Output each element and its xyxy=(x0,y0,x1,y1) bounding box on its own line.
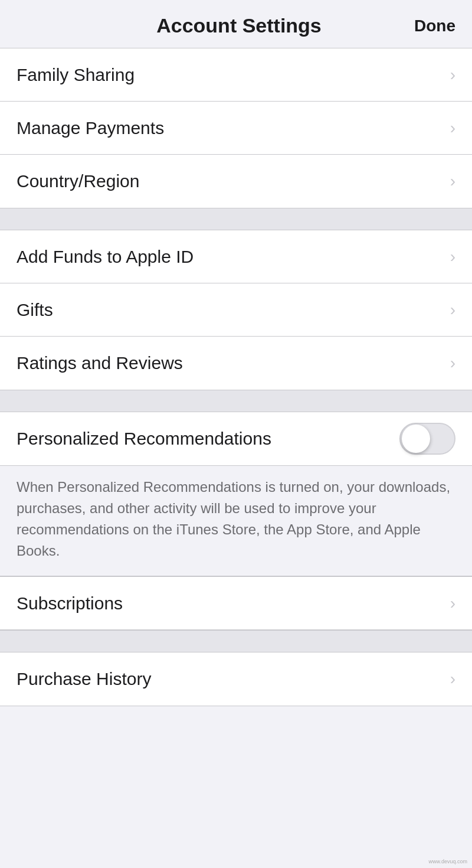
personalized-recommendations-label: Personalized Recommendations xyxy=(17,429,271,449)
subscriptions-label: Subscriptions xyxy=(17,593,123,614)
recommendations-description-box: When Personalized Recommendations is tur… xyxy=(0,465,472,576)
family-sharing-label: Family Sharing xyxy=(17,65,135,85)
navigation-bar: Account Settings Done xyxy=(0,0,472,48)
done-button[interactable]: Done xyxy=(414,17,455,35)
purchase-history-row[interactable]: Purchase History › xyxy=(0,652,472,706)
personalized-recommendations-toggle[interactable] xyxy=(399,423,455,455)
chevron-icon: › xyxy=(450,354,455,373)
chevron-icon: › xyxy=(450,670,455,688)
account-options-section: Family Sharing › Manage Payments › Count… xyxy=(0,48,472,208)
chevron-icon: › xyxy=(450,119,455,138)
subscriptions-row[interactable]: Subscriptions › xyxy=(0,577,472,630)
purchase-history-section: Purchase History › xyxy=(0,652,472,706)
chevron-icon: › xyxy=(450,247,455,266)
chevron-icon: › xyxy=(450,301,455,319)
country-region-row[interactable]: Country/Region › xyxy=(0,155,472,208)
watermark: www.devuq.com xyxy=(428,859,467,864)
manage-payments-label: Manage Payments xyxy=(17,118,164,138)
add-funds-row[interactable]: Add Funds to Apple ID › xyxy=(0,230,472,283)
recommendations-description: When Personalized Recommendations is tur… xyxy=(17,479,450,559)
page-title: Account Settings xyxy=(64,14,414,37)
section-divider-1 xyxy=(0,208,472,230)
section-divider-2 xyxy=(0,390,472,412)
chevron-icon: › xyxy=(450,594,455,613)
bottom-divider xyxy=(0,706,472,706)
add-funds-label: Add Funds to Apple ID xyxy=(17,247,194,267)
funds-options-section: Add Funds to Apple ID › Gifts › Ratings … xyxy=(0,230,472,390)
subscriptions-section: Subscriptions › xyxy=(0,576,472,630)
recommendations-section: Personalized Recommendations When Person… xyxy=(0,412,472,576)
toggle-thumb xyxy=(402,425,430,453)
manage-payments-row[interactable]: Manage Payments › xyxy=(0,102,472,155)
chevron-icon: › xyxy=(450,66,455,84)
gifts-row[interactable]: Gifts › xyxy=(0,283,472,337)
personalized-recommendations-row: Personalized Recommendations xyxy=(0,412,472,465)
section-divider-3 xyxy=(0,630,472,652)
gifts-label: Gifts xyxy=(17,300,53,320)
family-sharing-row[interactable]: Family Sharing › xyxy=(0,48,472,102)
ratings-reviews-row[interactable]: Ratings and Reviews › xyxy=(0,337,472,390)
ratings-reviews-label: Ratings and Reviews xyxy=(17,353,183,373)
chevron-icon: › xyxy=(450,172,455,191)
purchase-history-label: Purchase History xyxy=(17,669,151,689)
country-region-label: Country/Region xyxy=(17,171,139,191)
